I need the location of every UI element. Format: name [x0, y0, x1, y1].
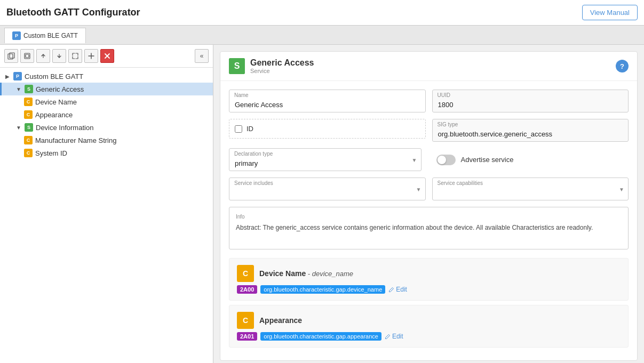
top-bar: Bluetooth GATT Configurator View Manual	[0, 0, 644, 26]
custom-ble-gatt-icon: P	[13, 72, 22, 80]
service-body: Name UUID ID	[220, 81, 637, 258]
tree-arrow-device-info: ▼	[15, 125, 22, 131]
content-area: S Generic Access Service ? Name UUID	[213, 45, 644, 363]
service-card-header: S Generic Access Service ?	[220, 52, 637, 81]
move-up-button[interactable]	[36, 49, 50, 63]
name-label: Name	[234, 92, 249, 98]
id-checkbox-row: ID	[229, 119, 426, 139]
service-title: Generic Access	[250, 58, 314, 68]
device-name-char-icon: C	[237, 265, 254, 282]
tree-arrow: ▶	[4, 74, 11, 79]
sidebar: « ▶ P Custom BLE GATT ▼ S Generic Access…	[0, 45, 213, 363]
sidebar-item-appearance[interactable]: C Appearance	[0, 108, 213, 121]
tab-custom-ble-gatt[interactable]: P Custom BLE GATT	[4, 28, 86, 43]
device-name-char-tags: 2A00 org.bluetooth.characteristic.gap.de…	[237, 285, 621, 294]
advertise-service-toggle[interactable]	[436, 155, 456, 165]
appearance-char-icon: C	[237, 312, 254, 329]
appearance-char-tags: 2A01 org.bluetooth.characteristic.gap.ap…	[237, 332, 621, 341]
info-box: Info Abstract: The generic_access servic…	[229, 207, 629, 249]
collapse-icon: «	[200, 52, 204, 60]
service-includes-group: Service includes ▼	[229, 178, 426, 200]
name-input[interactable]	[229, 90, 426, 112]
collapse-sidebar-button[interactable]: «	[195, 49, 209, 63]
uuid-input[interactable]	[432, 90, 629, 112]
char-device-name-title: Device Name - device_name	[259, 269, 353, 278]
device-name-edit-link[interactable]: Edit	[388, 286, 407, 293]
device-name-icon: C	[24, 98, 33, 106]
char-device-name-info: Device Name - device_name	[259, 269, 353, 278]
top-bar-actions: View Manual	[582, 5, 638, 20]
declaration-type-label: Declaration type	[234, 151, 273, 157]
tree-arrow-generic-access: ▼	[15, 86, 22, 92]
generic-access-service-card: S Generic Access Service ? Name UUID	[220, 51, 638, 361]
char-device-name-suffix: - device_name	[308, 270, 353, 278]
main-layout: « ▶ P Custom BLE GATT ▼ S Generic Access…	[0, 45, 644, 363]
characteristics-section: C Device Name - device_name 2A00 org.blu…	[220, 258, 637, 360]
tab-label: Custom BLE GATT	[23, 32, 78, 39]
advertise-service-row: Advertise service	[428, 150, 629, 170]
expand-button[interactable]	[68, 49, 82, 63]
copy-doc-button[interactable]	[4, 49, 18, 63]
service-s-icon: S	[229, 58, 245, 74]
appearance-sig-tag: org.bluetooth.characteristic.gap.appeara…	[260, 332, 381, 341]
char-appearance-header: C Appearance	[237, 312, 621, 329]
service-subtitle: Service	[250, 68, 314, 74]
manufacturer-name-label: Manufacturer Name String	[35, 136, 116, 144]
declaration-type-group: Declaration type primary secondary ▼	[229, 148, 422, 171]
sidebar-item-device-name[interactable]: C Device Name	[0, 95, 213, 108]
system-id-label: System ID	[35, 149, 67, 157]
view-manual-button[interactable]: View Manual	[582, 5, 638, 20]
declaration-advertise-row: Declaration type primary secondary ▼ Adv…	[229, 148, 629, 171]
advertise-service-label: Advertise service	[461, 156, 514, 164]
sidebar-item-system-id[interactable]: C System ID	[0, 147, 213, 159]
generic-access-icon: S	[25, 85, 33, 93]
id-label: ID	[247, 125, 253, 133]
device-information-icon: S	[25, 123, 33, 132]
sidebar-tree: ▶ P Custom BLE GATT ▼ S Generic Access C…	[0, 68, 213, 363]
system-id-icon: C	[24, 149, 33, 157]
sidebar-item-device-information[interactable]: ▼ S Device Information	[0, 121, 213, 134]
char-device-name-label: Device Name	[259, 269, 306, 278]
device-name-characteristic: C Device Name - device_name 2A00 org.blu…	[229, 258, 629, 301]
tab-p-icon: P	[12, 31, 21, 40]
uuid-label: UUID	[438, 92, 450, 98]
sidebar-item-manufacturer-name-string[interactable]: C Manufacturer Name String	[0, 134, 213, 147]
sidebar-item-generic-access[interactable]: ▼ S Generic Access	[0, 83, 213, 95]
appearance-edit-link[interactable]: Edit	[385, 333, 403, 340]
service-header-text: Generic Access Service	[250, 58, 314, 74]
service-includes-label: Service includes	[234, 180, 273, 186]
custom-ble-gatt-label: Custom BLE GATT	[25, 72, 83, 80]
copy-button[interactable]	[20, 49, 34, 63]
manufacturer-name-icon: C	[24, 136, 33, 144]
service-capabilities-label: Service capabilities	[438, 180, 483, 186]
name-uuid-row: Name UUID	[229, 90, 629, 112]
svg-rect-3	[26, 54, 29, 58]
tab-bar: P Custom BLE GATT	[0, 26, 644, 45]
service-includes-capabilities-row: Service includes ▼ Service capabilities …	[229, 178, 629, 200]
appearance-hex-tag: 2A01	[237, 332, 257, 341]
device-name-label: Device Name	[35, 98, 77, 106]
info-label: Info	[236, 214, 622, 220]
sig-type-input	[432, 119, 629, 142]
name-field-group: Name	[229, 90, 426, 112]
char-appearance-label: Appearance	[259, 316, 302, 325]
app-title: Bluetooth GATT Configurator	[6, 7, 140, 18]
id-checkbox[interactable]	[235, 125, 242, 133]
add-button[interactable]	[84, 49, 98, 63]
move-down-button[interactable]	[52, 49, 66, 63]
char-appearance-info: Appearance	[259, 316, 302, 325]
device-name-sig-tag: org.bluetooth.characteristic.gap.device_…	[260, 285, 385, 294]
appearance-icon: C	[24, 110, 33, 119]
appearance-label: Appearance	[35, 111, 73, 119]
uuid-field-group: UUID	[432, 90, 629, 112]
char-device-name-header: C Device Name - device_name	[237, 265, 621, 282]
service-capabilities-group: Service capabilities ▼	[432, 178, 629, 200]
generic-access-label: Generic Access	[36, 85, 84, 93]
help-button[interactable]: ?	[616, 60, 629, 72]
info-text: Abstract: The generic_access service con…	[236, 223, 622, 232]
device-information-label: Device Information	[36, 124, 93, 132]
sig-type-label: SIG type	[438, 122, 458, 127]
remove-button[interactable]	[100, 49, 114, 63]
sidebar-item-custom-ble-gatt[interactable]: ▶ P Custom BLE GATT	[0, 70, 213, 83]
id-sigtype-row: ID SIG type	[229, 119, 629, 142]
